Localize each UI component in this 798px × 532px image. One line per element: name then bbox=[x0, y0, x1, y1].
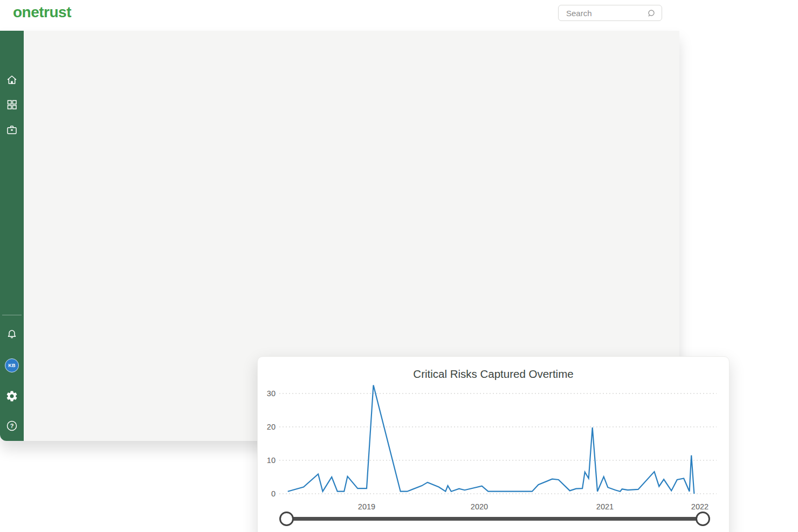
briefcase-icon[interactable] bbox=[5, 123, 18, 136]
time-range-slider-track[interactable] bbox=[287, 517, 703, 521]
bell-icon[interactable] bbox=[5, 328, 18, 341]
x-axis-tick-label: 2020 bbox=[471, 502, 488, 511]
settings-gear-icon[interactable] bbox=[5, 390, 18, 403]
app-root: onetrust bbox=[0, 0, 798, 532]
y-axis-tick-label: 0 bbox=[271, 489, 276, 498]
svg-text:?: ? bbox=[10, 423, 14, 429]
sidebar-divider bbox=[2, 315, 22, 315]
x-axis-tick-label: 2021 bbox=[596, 502, 614, 511]
y-axis-tick-label: 20 bbox=[267, 423, 276, 431]
y-axis-tick-label: 30 bbox=[267, 389, 276, 398]
x-axis-tick-label: 2022 bbox=[691, 502, 708, 511]
home-icon[interactable] bbox=[5, 73, 18, 86]
slider-handle-left[interactable] bbox=[279, 512, 294, 526]
line-series bbox=[288, 385, 694, 494]
line-chart: 01020302019202020212022 bbox=[258, 357, 730, 532]
user-avatar[interactable]: KB bbox=[5, 358, 19, 372]
apps-grid-icon[interactable] bbox=[5, 98, 18, 111]
help-icon[interactable]: ? bbox=[5, 419, 18, 432]
y-axis-tick-label: 10 bbox=[267, 456, 276, 465]
search-box bbox=[558, 5, 662, 21]
chart-card-critical-risks-overtime: Critical Risks Captured Overtime 0102030… bbox=[257, 356, 730, 532]
sidebar: KB ? bbox=[0, 31, 24, 441]
slider-handle-right[interactable] bbox=[696, 512, 710, 526]
search-icon[interactable] bbox=[646, 9, 656, 18]
onetrust-logo: onetrust bbox=[13, 4, 71, 21]
x-axis-tick-label: 2019 bbox=[358, 502, 375, 511]
